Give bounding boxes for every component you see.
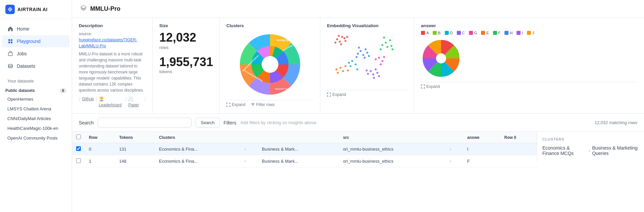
svg-point-45 <box>335 68 337 70</box>
row-cluster-chevron-0: › <box>240 143 258 155</box>
clusters-card: Clusters <box>220 18 320 113</box>
search-button[interactable]: Search <box>196 118 219 127</box>
source-link[interactable]: huggingface.co/datasets/TIGER-Lab/MMLU-P… <box>79 38 137 48</box>
col-answer-letter: answe <box>463 132 500 143</box>
clusters-expand[interactable]: Expand <box>226 102 246 107</box>
legend-dot-i <box>517 31 521 35</box>
sidebar-item-home[interactable]: Home <box>2 23 70 35</box>
row-tokens-0: 131 <box>115 143 155 155</box>
main-content: MMLU-Pro Description source: huggingface… <box>72 0 644 212</box>
legend-dot-d <box>445 31 449 35</box>
row-tokens-1: 148 <box>115 155 155 167</box>
home-icon <box>7 26 13 32</box>
col-row0: Row 0 <box>500 132 537 143</box>
data-table: Row Tokens Clusters src answe Row 0 <box>72 132 537 167</box>
search-label: Search <box>79 120 94 125</box>
rows-label: rows <box>159 45 213 50</box>
svg-point-22 <box>346 36 348 38</box>
svg-point-30 <box>356 56 358 58</box>
svg-point-49 <box>367 73 369 75</box>
legend-f: F <box>493 31 501 35</box>
svg-point-64 <box>436 53 446 63</box>
svg-rect-5 <box>11 42 12 43</box>
svg-point-33 <box>389 39 391 41</box>
leaderboard-link[interactable]: 🏆 Leaderboard <box>99 96 123 108</box>
answer-actions: Expand <box>421 82 637 89</box>
svg-point-40 <box>339 67 341 69</box>
search-input[interactable] <box>98 118 192 127</box>
sidebar: AIRTRAIN AI Home Playground Jobs Dataset… <box>0 0 72 212</box>
sidebar-item-jobs[interactable]: Jobs <box>2 48 70 60</box>
svg-point-27 <box>366 52 368 54</box>
cluster-chart: Biology Questions Mathematical Problems … <box>226 31 313 98</box>
your-datasets-link[interactable]: Your datasets <box>0 76 72 85</box>
legend-dot-b <box>433 31 437 35</box>
dataset-item-healthcaremagic[interactable]: HealthCareMagic-100k-en <box>0 123 72 133</box>
layers-icon <box>80 5 87 13</box>
legend-dot-g <box>469 31 473 35</box>
svg-point-37 <box>383 37 385 39</box>
svg-rect-6 <box>8 53 12 56</box>
svg-point-63 <box>383 56 385 58</box>
embedding-expand[interactable]: Expand <box>327 92 346 97</box>
row-cluster2-0: Business & Mark... <box>258 143 339 155</box>
sidebar-item-datasets-label: Datasets <box>17 63 35 69</box>
svg-point-54 <box>351 60 353 62</box>
select-all-checkbox[interactable] <box>76 135 81 139</box>
dataset-item-lmsys[interactable]: LMSYS Chatbot Arena <box>0 104 72 114</box>
paper-link[interactable]: 📄 Paper <box>128 96 142 108</box>
svg-point-26 <box>357 53 359 55</box>
dataset-item-cnn[interactable]: CNN/DailyMail Articles <box>0 114 72 123</box>
svg-point-18 <box>334 42 336 44</box>
col-checkbox <box>72 132 85 143</box>
col-answer <box>446 132 463 143</box>
svg-point-14 <box>336 38 338 40</box>
logo-icon <box>5 5 15 14</box>
row-row0-1 <box>500 155 537 167</box>
svg-point-59 <box>378 57 380 59</box>
svg-rect-3 <box>11 39 12 41</box>
table-wrapper: Row Tokens Clusters src answe Row 0 <box>72 132 644 167</box>
size-title: Size <box>159 23 213 28</box>
row-checkbox-0[interactable] <box>76 146 81 151</box>
legend-dot-e <box>481 31 485 35</box>
detail-section-title: CLUSTERS <box>542 137 639 141</box>
cluster-pie-svg: Biology Questions Mathematical Problems … <box>236 31 304 98</box>
row-number-0: 0 <box>85 143 115 155</box>
svg-point-1 <box>9 9 11 10</box>
sidebar-item-playground[interactable]: Playground <box>2 35 70 47</box>
svg-point-46 <box>370 70 372 72</box>
answer-legend: A B D C G <box>421 31 637 35</box>
svg-point-52 <box>378 75 380 77</box>
description-title: Description <box>79 23 146 28</box>
dataset-item-openhermes[interactable]: OpenHermes <box>0 94 72 104</box>
legend-e: E <box>481 31 489 35</box>
sidebar-navigation: Home Playground Jobs Datasets <box>0 19 72 76</box>
svg-point-62 <box>380 63 382 65</box>
detail-chevron: › <box>589 148 590 153</box>
table-row[interactable]: 0 131 Economics & Fina... › Business & M… <box>72 143 537 155</box>
svg-point-8 <box>262 56 278 73</box>
table-row[interactable]: 1 148 Economics & Fina... › Business & M… <box>72 155 537 167</box>
description-card: Description source: huggingface.co/datas… <box>72 18 153 113</box>
svg-point-43 <box>337 72 339 74</box>
page-header: MMLU-Pro <box>72 0 644 18</box>
answer-card: answer A B D C <box>414 18 644 113</box>
embedding-title: Embedding Visualization <box>327 23 407 28</box>
svg-point-38 <box>391 48 393 50</box>
table-section: Search Search Filters Add filters by cli… <box>72 114 644 212</box>
row-checkbox-1[interactable] <box>76 158 81 163</box>
filter-hint: Add filters by clicking on insights abov… <box>240 120 591 125</box>
sidebar-item-datasets[interactable]: Datasets <box>2 60 70 72</box>
svg-point-31 <box>368 55 370 57</box>
github-link[interactable]: Github <box>82 96 94 108</box>
filter-rows-btn[interactable]: Filter rows <box>251 102 275 107</box>
svg-point-47 <box>375 68 377 70</box>
answer-expand[interactable]: Expand <box>421 84 440 89</box>
table-body: 0 131 Economics & Fina... › Business & M… <box>72 143 537 167</box>
dataset-item-openai-community[interactable]: OpenAI Community Posts <box>0 133 72 143</box>
row-number-1: 1 <box>85 155 115 167</box>
svg-point-28 <box>358 47 360 49</box>
svg-point-25 <box>362 54 364 56</box>
svg-point-19 <box>340 43 342 45</box>
